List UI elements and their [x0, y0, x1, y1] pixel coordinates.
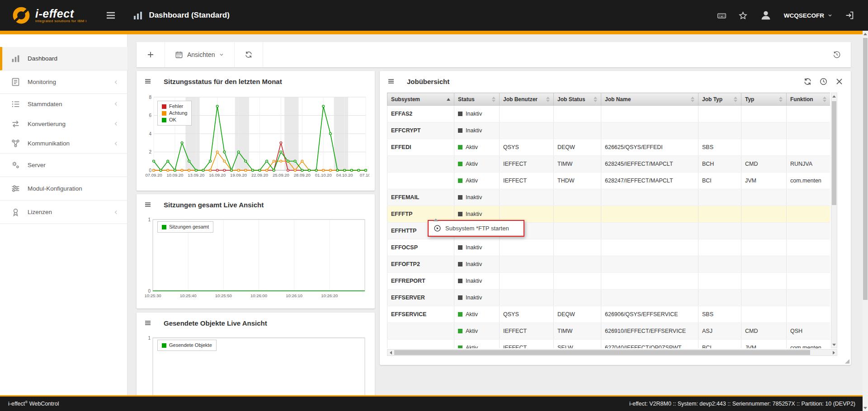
views-dropdown[interactable]: Ansichten — [165, 42, 235, 67]
page-scrollbar[interactable] — [863, 31, 868, 411]
cell-job-status — [554, 273, 601, 290]
vertical-scroll-thumb[interactable] — [832, 101, 836, 205]
job-table-row-effserver[interactable]: EFFSERVERInaktiv — [387, 290, 830, 306]
cell-subsystem: EFFCRYPT — [387, 122, 454, 139]
chevron-left-icon — [113, 140, 119, 147]
job-table-row-effemail[interactable]: EFFEMAILInaktiv — [387, 189, 830, 206]
job-table-row-effoftp2[interactable]: EFFOFTP2Inaktiv — [387, 256, 830, 273]
refresh-icon[interactable] — [803, 77, 812, 86]
job-table-row-effcrypt[interactable]: EFFCRYPTInaktiv — [387, 122, 830, 139]
cell-status: Inaktiv — [454, 122, 500, 139]
logout-icon[interactable] — [844, 10, 854, 20]
status-square — [458, 162, 462, 166]
sort-icon — [546, 97, 550, 102]
cell-typ: CMD — [741, 323, 787, 340]
user-menu[interactable]: WCQSECOFR — [784, 12, 833, 19]
page-scroll-thumb[interactable] — [863, 38, 868, 300]
cell-job-benutzer — [500, 122, 554, 139]
job-table-row-effedi[interactable]: EFFEDIAktivQSYSDEQW626625/QSYS/EFFEDISBS — [387, 139, 830, 156]
sort-icon — [492, 97, 495, 102]
cell-job-status: THDW — [554, 173, 601, 189]
dashboard-icon — [132, 10, 143, 21]
cell-job-typ — [698, 106, 741, 122]
sidebar-item-monitoring[interactable]: Monitoring — [0, 70, 127, 94]
drag-handle-icon[interactable] — [144, 77, 152, 85]
context-menu-item-start-subsystem-ftp[interactable]: Subsystem *FTP starten — [428, 220, 524, 237]
cell-job-typ: BCI — [698, 340, 741, 349]
cell-job-name: 626910/IEFFECT/EFFSERVICE — [601, 323, 698, 340]
cell-job-benutzer: QSYS — [500, 306, 554, 323]
card-title: Gesendete Objekte Live Ansicht — [164, 319, 267, 327]
job-table-row[interactable]: AktivIEFFECTTIMW626910/IEFFECT/EFFSERVIC… — [387, 323, 830, 340]
logo-mark — [12, 6, 31, 25]
column-header-funktion[interactable]: Funktion — [787, 93, 830, 106]
drag-handle-icon[interactable] — [387, 77, 395, 85]
table-vertical-scrollbar[interactable] — [831, 93, 837, 348]
page-title: Dashboard (Standard) — [149, 11, 230, 20]
job-table-row-effocsp[interactable]: EFFOCSPInaktiv — [387, 239, 830, 256]
column-header-job-benutzer[interactable]: Job Benutzer — [500, 93, 554, 106]
close-icon[interactable] — [835, 77, 844, 86]
sidebar-item-lizenzen[interactable]: Lizenzen — [0, 201, 127, 224]
sidebar-item-label: Dashboard — [28, 55, 57, 62]
table-horizontal-scrollbar[interactable] — [387, 349, 837, 356]
svg-text:1: 1 — [148, 217, 151, 222]
sort-icon — [691, 97, 694, 102]
column-header-job-status[interactable]: Job Status — [554, 93, 601, 106]
keyboard-icon[interactable] — [717, 11, 726, 20]
cell-status: Aktiv — [454, 340, 500, 349]
sidebar-item-label: Kommunikation — [28, 140, 70, 147]
top-bar: i-effect integrated solutions for IBM i … — [0, 0, 868, 31]
cell-funktion — [787, 290, 830, 306]
sidebar-item-dashboard[interactable]: Dashboard — [0, 47, 127, 70]
cell-status: Inaktiv — [454, 239, 500, 256]
job-table-row[interactable]: AktivIEFFECTSELW627040/IEFFECT/QP0ZSPWTB… — [387, 340, 830, 349]
column-header-job-name[interactable]: Job Name — [601, 93, 698, 106]
menu-toggle-icon[interactable] — [105, 10, 116, 21]
history-button[interactable] — [826, 42, 847, 67]
sidebar-item-modul-konfiguration[interactable]: Modul-Konfiguration — [0, 177, 127, 201]
user-avatar-icon[interactable] — [760, 9, 772, 22]
svg-text:10:26:00: 10:26:00 — [250, 293, 267, 298]
svg-text:8: 8 — [149, 95, 151, 100]
interval-clock-icon[interactable] — [819, 77, 828, 86]
cell-funktion — [787, 189, 830, 206]
job-table-head-row: SubsystemStatusJob BenutzerJob StatusJob… — [387, 93, 830, 106]
job-table-row[interactable]: AktivIEFFECTTIMW628245/IEFFECT/MAPCLTBCH… — [387, 156, 830, 173]
job-table-row-effreport[interactable]: EFFREPORTInaktiv — [387, 273, 830, 290]
sidebar-item-konvertierung[interactable]: Konvertierung — [0, 114, 127, 134]
column-header-subsystem[interactable]: Subsystem — [387, 93, 454, 106]
job-table-row-effas2[interactable]: EFFAS2Inaktiv — [387, 106, 830, 122]
cell-job-status: SELW — [554, 340, 601, 349]
favorites-star-icon[interactable] — [738, 11, 748, 20]
log-icon — [11, 77, 20, 87]
legend-item-achtung[interactable]: Achtung — [162, 110, 187, 117]
legend-item-gesendete-objekte[interactable]: Gesendete Objekte — [162, 342, 212, 349]
drag-handle-icon[interactable] — [144, 201, 152, 209]
job-table-row[interactable]: AktivIEFFECTTHDW628247/IEFFECT/MAPCLTBCI… — [387, 173, 830, 189]
column-header-typ[interactable]: Typ — [741, 93, 787, 106]
cell-subsystem: EFFOCSP — [387, 239, 454, 256]
column-header-status[interactable]: Status — [454, 93, 500, 106]
column-header-job-typ[interactable]: Job Typ — [698, 93, 741, 106]
dashboard-toolbar: Ansichten — [137, 42, 851, 67]
sidebar-item-label: Server — [28, 162, 46, 168]
refresh-dashboard-button[interactable] — [235, 42, 263, 67]
sync-icon — [245, 51, 253, 59]
legend-item-ok[interactable]: OK — [162, 117, 187, 123]
horizontal-scroll-thumb[interactable] — [394, 350, 810, 355]
drag-handle-icon[interactable] — [144, 319, 152, 327]
sidebar-item-server[interactable]: Server — [0, 154, 127, 177]
job-table-row-effservice[interactable]: EFFSERVICEAktivQSYSDEQW626906/QSYS/EFFSE… — [387, 306, 830, 323]
svg-text:07.10.: 07.10. — [360, 173, 369, 177]
chart-legend: FehlerAchtungOK — [157, 101, 192, 126]
sidebar-item-kommunikation[interactable]: Kommunikation — [0, 134, 127, 154]
legend-item-fehler[interactable]: Fehler — [162, 103, 187, 110]
svg-text:07.09.20: 07.09.20 — [146, 173, 162, 177]
legend-item-sitzungen-gesamt[interactable]: Sitzungen gesamt — [162, 224, 209, 230]
resize-grip[interactable] — [845, 359, 849, 364]
sidebar-item-stammdaten[interactable]: Stammdaten — [0, 94, 127, 114]
svg-text:10:25:50: 10:25:50 — [215, 293, 232, 298]
cell-funktion — [787, 306, 830, 323]
add-widget-button[interactable] — [137, 42, 165, 67]
